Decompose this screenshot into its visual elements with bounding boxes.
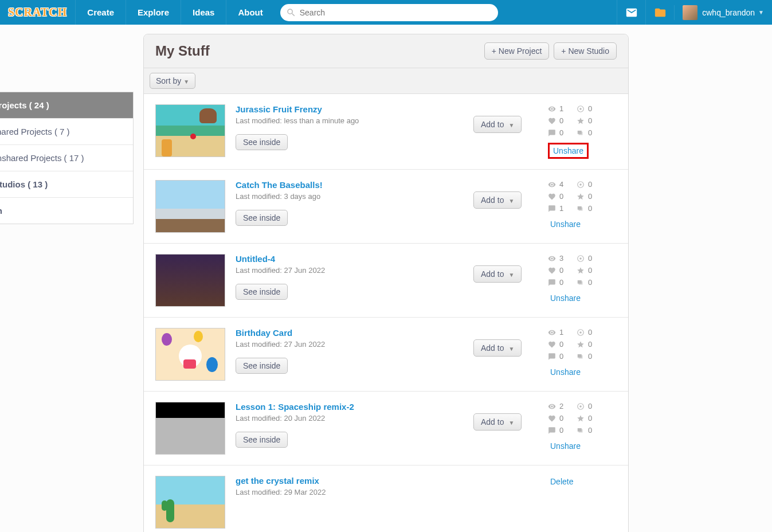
sidebar-item[interactable]: Shared Projects ( 7 )	[0, 119, 133, 145]
studios-stat: 0	[577, 204, 605, 213]
add-to-button[interactable]: Add to ▼	[473, 339, 522, 357]
nav-link-ideas[interactable]: Ideas	[181, 0, 226, 25]
comments-stat: 1	[548, 204, 577, 213]
page: All Projects ( 24 )Shared Projects ( 7 )…	[143, 34, 629, 532]
project-list: Jurassic Fruit FrenzyLast modified: less…	[144, 94, 628, 532]
nav-links: CreateExploreIdeasAbout	[75, 0, 274, 25]
avatar	[683, 5, 697, 20]
sidebar: All Projects ( 24 )Shared Projects ( 7 )…	[0, 92, 134, 224]
views-stat: 4	[548, 180, 577, 189]
studios-stat: 0	[577, 352, 605, 361]
sortbar: Sort by▼	[144, 68, 628, 94]
views-stat: 1	[548, 328, 577, 337]
project-row: Untitled-4Last modified: 27 Jun 2022See …	[144, 244, 628, 318]
favorites-stat: 0	[577, 340, 605, 349]
see-inside-button[interactable]: See inside	[236, 432, 288, 448]
project-thumbnail[interactable]	[155, 476, 225, 529]
project-thumbnail[interactable]	[155, 180, 225, 233]
see-inside-button[interactable]: See inside	[236, 358, 288, 374]
svg-point-5	[579, 257, 582, 260]
project-thumbnail[interactable]	[155, 402, 225, 455]
see-inside-button[interactable]: See inside	[236, 284, 288, 300]
project-action-link[interactable]: Unshare	[548, 218, 583, 230]
project-title[interactable]: Jurassic Fruit Frenzy	[236, 104, 473, 114]
studios-stat: 0	[577, 128, 605, 137]
see-inside-button[interactable]: See inside	[236, 210, 288, 226]
svg-point-9	[579, 405, 582, 408]
nav-link-explore[interactable]: Explore	[126, 0, 181, 25]
messages-icon[interactable]	[617, 0, 645, 25]
project-thumbnail[interactable]	[155, 328, 225, 381]
project-title[interactable]: get the crystal remix	[236, 476, 473, 486]
sort-by-button[interactable]: Sort by▼	[150, 73, 195, 89]
logo[interactable]: SCRATCH	[0, 6, 75, 19]
remixes-stat: 0	[577, 104, 605, 113]
comments-stat: 0	[548, 128, 577, 137]
last-modified: Last modified: 27 Jun 2022	[236, 340, 473, 349]
comments-stat: 0	[548, 352, 577, 361]
username: cwhq_brandon	[702, 8, 755, 17]
sidebar-item[interactable]: All Projects ( 24 )	[0, 92, 133, 119]
project-row: get the crystal remixLast modified: 29 M…	[144, 466, 628, 532]
loves-stat: 0	[548, 116, 577, 125]
loves-stat: 0	[548, 340, 577, 349]
chevron-down-icon: ▼	[758, 9, 764, 15]
search-input[interactable]	[280, 4, 498, 21]
last-modified: Last modified: less than a minute ago	[236, 116, 473, 125]
remixes-stat: 0	[577, 180, 605, 189]
add-to-button[interactable]: Add to ▼	[473, 265, 522, 283]
page-header: My Stuff + New Project + New Studio	[144, 34, 628, 68]
svg-point-3	[579, 183, 582, 186]
svg-point-7	[579, 331, 582, 334]
loves-stat: 0	[548, 266, 577, 275]
nav-link-about[interactable]: About	[226, 0, 274, 25]
project-action-link[interactable]: Delete	[548, 476, 575, 487]
studios-stat: 0	[577, 278, 605, 287]
mystuff-icon[interactable]	[645, 0, 674, 25]
nav-link-create[interactable]: Create	[75, 0, 126, 25]
project-row: Catch The Baseballs!Last modified: 3 day…	[144, 170, 628, 244]
studios-stat: 0	[577, 426, 605, 435]
search-wrap	[280, 4, 498, 21]
remixes-stat: 0	[577, 254, 605, 263]
project-title[interactable]: Birthday Card	[236, 328, 473, 338]
new-studio-button[interactable]: + New Studio	[554, 42, 617, 60]
remixes-stat: 0	[577, 328, 605, 337]
svg-point-1	[579, 108, 582, 110]
project-thumbnail[interactable]	[155, 104, 225, 157]
favorites-stat: 0	[577, 266, 605, 275]
remixes-stat: 0	[577, 402, 605, 410]
sidebar-item[interactable]: Unshared Projects ( 17 )	[0, 145, 133, 171]
views-stat: 3	[548, 254, 577, 263]
add-to-button[interactable]: Add to ▼	[473, 191, 522, 209]
favorites-stat: 0	[577, 192, 605, 201]
project-title[interactable]: Lesson 1: Spaceship remix-2	[236, 402, 473, 412]
project-row: Birthday CardLast modified: 27 Jun 2022S…	[144, 318, 628, 392]
favorites-stat: 0	[577, 116, 605, 125]
project-action-link[interactable]: Unshare	[548, 366, 583, 378]
project-title[interactable]: Untitled-4	[236, 254, 473, 264]
chevron-down-icon: ▼	[183, 79, 189, 85]
project-row: Jurassic Fruit FrenzyLast modified: less…	[144, 94, 628, 170]
loves-stat: 0	[548, 192, 577, 201]
project-action-link[interactable]: Unshare	[548, 440, 583, 452]
favorites-stat: 0	[577, 414, 605, 423]
page-title: My Stuff	[155, 43, 480, 59]
project-row: Lesson 1: Spaceship remix-2Last modified…	[144, 392, 628, 466]
sidebar-item[interactable]: Trash	[0, 198, 133, 224]
see-inside-button[interactable]: See inside	[236, 134, 288, 150]
add-to-button[interactable]: Add to ▼	[473, 413, 522, 431]
sidebar-item[interactable]: My Studios ( 13 )	[0, 171, 133, 198]
project-title[interactable]: Catch The Baseballs!	[236, 180, 473, 190]
project-thumbnail[interactable]	[155, 254, 225, 307]
loves-stat: 0	[548, 414, 577, 423]
comments-stat: 0	[548, 426, 577, 435]
new-project-button[interactable]: + New Project	[484, 42, 550, 60]
add-to-button[interactable]: Add to ▼	[473, 116, 522, 133]
user-menu[interactable]: cwhq_brandon ▼	[674, 5, 772, 20]
last-modified: Last modified: 29 Mar 2022	[236, 488, 473, 496]
last-modified: Last modified: 3 days ago	[236, 192, 473, 201]
comments-stat: 0	[548, 278, 577, 287]
project-action-link[interactable]: Unshare	[548, 143, 589, 159]
project-action-link[interactable]: Unshare	[548, 292, 583, 304]
